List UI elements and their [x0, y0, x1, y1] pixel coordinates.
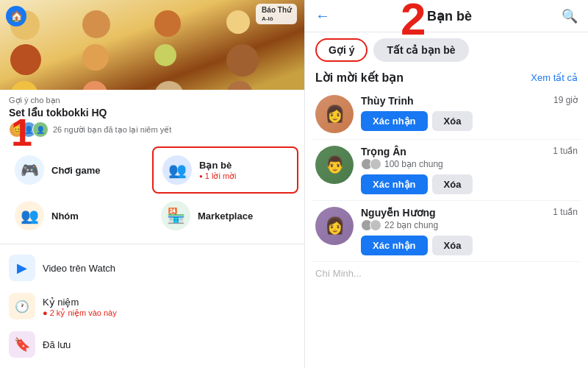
food-visual: Báo ThứA-lô — [0, 0, 304, 90]
friend-request-trong-an: 👨 Trọng Ân 100 bạn chung Xác nhận Xóa 1 … — [312, 140, 581, 201]
more-items-hint: Chí Minh... — [312, 262, 581, 285]
info-thuy-trinh: Thùy Trinh Xác nhận Xóa — [361, 95, 546, 131]
mutual-nguyen-huong: 22 bạn chung — [361, 219, 545, 231]
video-icon: ▶ — [9, 255, 35, 281]
menu-label-game: Chơi game — [51, 165, 101, 176]
food-ball-2 — [82, 10, 110, 38]
food-ball-5 — [10, 44, 41, 75]
mutual-trong-an: 100 bạn chung — [361, 158, 545, 170]
step-label-2: 2 — [401, 0, 426, 42]
see-all-link[interactable]: Xem tất cả — [531, 72, 578, 83]
card-info: Gợi ý cho bạn Set lẩu tokbokki HQ 😊 👤 👤 … — [0, 90, 304, 141]
ky-niem-label-wrap: Kỷ niệm ● 2 kỷ niệm vào này — [43, 295, 117, 318]
name-trong-an: Trọng Ân — [361, 146, 545, 158]
delete-trong-an[interactable]: Xóa — [432, 174, 473, 194]
mutual-avatars-trong-an — [361, 158, 381, 170]
avatar-thuy-trinh: 👩 — [315, 95, 354, 133]
menu-item-ban-be[interactable]: 👥 Bạn bè 1 lời mời — [152, 146, 298, 194]
ky-niem-badge: ● 2 kỷ niệm vào này — [43, 308, 117, 318]
food-ball-10 — [82, 81, 107, 90]
actions-thuy-trinh: Xác nhận Xóa — [361, 111, 546, 131]
mini-avatar-3: 👤 — [32, 121, 49, 138]
goi-y-label: Gợi ý cho bạn — [9, 96, 295, 105]
friends-count: 26 người bạn đã tạo lại niêm yết — [53, 125, 171, 135]
info-trong-an: Trọng Ân 100 bạn chung Xác nhận Xóa — [361, 146, 545, 194]
tabs-row: Gợi ý Tất cả bạn bè — [305, 32, 588, 68]
friend-requests-list: 👩 Thùy Trinh Xác nhận Xóa 19 giờ 👨 Trọng… — [305, 89, 588, 368]
menu-item-marketplace[interactable]: 🏪 Marketplace — [152, 194, 298, 238]
marketplace-icon: 🏪 — [161, 201, 190, 230]
food-ball-3 — [154, 10, 181, 37]
delete-nguyen-huong[interactable]: Xóa — [432, 236, 473, 255]
friend-request-thuy-trinh: 👩 Thùy Trinh Xác nhận Xóa 19 giờ — [312, 89, 581, 140]
menu-label-marketplace: Marketplace — [198, 210, 253, 222]
menu-label-wrap-nhom: Nhóm — [51, 210, 79, 222]
food-image-area: Báo ThứA-lô 🏠 — [0, 0, 304, 90]
bottom-item-ky-niem[interactable]: 🕐 Kỷ niệm ● 2 kỷ niệm vào này — [9, 287, 295, 325]
food-ball-4 — [226, 10, 250, 34]
time-trong-an: 1 tuần — [553, 146, 578, 156]
home-icon: 🏠 — [6, 6, 26, 26]
right-title: Bạn bè — [337, 8, 562, 24]
left-panel: Báo ThứA-lô 🏠 Gợi ý cho bạn Set lẩu tokb… — [0, 0, 305, 368]
accept-trong-an[interactable]: Xác nhận — [361, 174, 428, 194]
actions-trong-an: Xác nhận Xóa — [361, 174, 545, 194]
tab-goi-y[interactable]: Gợi ý — [315, 38, 368, 62]
card-title: Set lẩu tokbokki HQ — [9, 107, 295, 118]
menu-label-wrap-friends: Bạn bè 1 lời mời — [199, 160, 237, 181]
food-ball-8 — [226, 44, 259, 77]
avatars-row: 😊 👤 👤 26 người bạn đã tạo lại niêm yết — [9, 121, 295, 138]
food-ball-11 — [154, 81, 184, 90]
accept-thuy-trinh[interactable]: Xác nhận — [361, 111, 428, 131]
mutual-avatars-nguyen-huong — [361, 219, 381, 231]
menu-label-nhom: Nhóm — [51, 210, 79, 222]
friend-request-nguyen-huong: 👩 Nguyễn Hương 22 bạn chung Xác nhận Xóa… — [312, 201, 581, 262]
actions-nguyen-huong: Xác nhận Xóa — [361, 236, 545, 255]
right-header: ← Bạn bè 🔍 2 — [305, 0, 588, 32]
avatar-nguyen-huong: 👩 — [315, 207, 354, 245]
mutual-av-4 — [370, 219, 381, 231]
food-ball-9 — [10, 81, 38, 90]
section-title: Lời mời kết bạn — [315, 71, 404, 85]
time-thuy-trinh: 19 giờ — [553, 95, 578, 105]
food-ball-6 — [82, 44, 109, 71]
mutual-av-2 — [370, 158, 381, 170]
friends-badge: 1 lời mời — [199, 171, 237, 181]
menu-item-nhom[interactable]: 👥 Nhóm — [6, 194, 152, 238]
accept-nguyen-huong[interactable]: Xác nhận — [361, 236, 428, 255]
name-thuy-trinh: Thùy Trinh — [361, 95, 546, 107]
food-ball-7 — [154, 44, 176, 66]
groups-icon: 👥 — [15, 201, 44, 230]
left-bottom-items: ▶ Video trên Watch 🕐 Kỷ niệm ● 2 kỷ niệm… — [0, 244, 304, 368]
game-icon: 🎮 — [15, 155, 44, 185]
food-brand-overlay: Báo ThứA-lô — [256, 4, 297, 24]
bottom-item-video[interactable]: ▶ Video trên Watch — [9, 249, 295, 287]
memories-icon: 🕐 — [9, 293, 35, 319]
delete-thuy-trinh[interactable]: Xóa — [432, 111, 473, 131]
name-nguyen-huong: Nguyễn Hương — [361, 207, 545, 219]
menu-grid: 🎮 Chơi game 👥 Bạn bè 1 lời mời 👥 Nhóm 🏪 … — [0, 141, 304, 244]
menu-label-wrap-game: Chơi game — [51, 165, 101, 176]
section-header: Lời mời kết bạn Xem tất cả — [305, 68, 588, 89]
time-nguyen-huong: 1 tuần — [553, 207, 578, 217]
menu-label-wrap-marketplace: Marketplace — [198, 210, 253, 222]
food-ball-12 — [226, 81, 253, 90]
search-button[interactable]: 🔍 — [562, 8, 578, 24]
saved-icon: 🔖 — [9, 331, 35, 358]
menu-label-friends: Bạn bè — [199, 160, 237, 171]
avatar-trong-an: 👨 — [315, 146, 354, 184]
right-panel: ← Bạn bè 🔍 2 Gợi ý Tất cả bạn bè Lời mời… — [305, 0, 588, 368]
saved-label: Đã lưu — [43, 339, 71, 350]
info-nguyen-huong: Nguyễn Hương 22 bạn chung Xác nhận Xóa — [361, 207, 545, 255]
step-label-1: 1 — [11, 113, 32, 152]
bottom-item-da-luu[interactable]: 🔖 Đã lưu — [9, 325, 295, 364]
back-button[interactable]: ← — [315, 7, 330, 24]
friends-icon: 👥 — [162, 155, 192, 185]
ky-niem-label: Kỷ niệm — [43, 297, 79, 308]
video-label: Video trên Watch — [43, 263, 115, 274]
